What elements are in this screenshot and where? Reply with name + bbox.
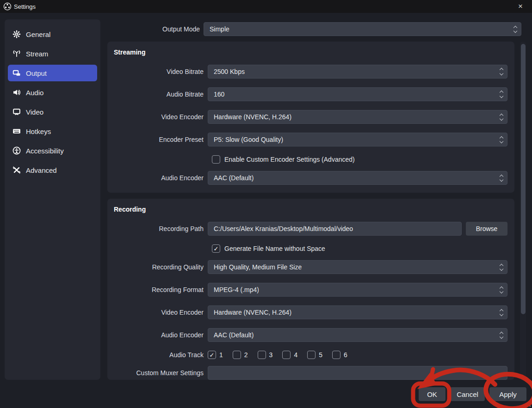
recording-section-title: Recording bbox=[114, 206, 507, 213]
sidebar-item-label: Audio bbox=[26, 89, 43, 97]
chevron-updown-icon bbox=[500, 110, 503, 123]
apply-button[interactable]: Apply bbox=[489, 387, 526, 401]
audio-track-4-checkbox[interactable]: ✓ bbox=[282, 351, 291, 359]
spinner-arrows-icon[interactable] bbox=[500, 88, 503, 101]
sidebar-item-output[interactable]: Output bbox=[8, 65, 97, 81]
sidebar-item-label: Hotkeys bbox=[26, 128, 51, 135]
audio-bitrate-label: Audio Bitrate bbox=[113, 91, 208, 98]
custom-encoder-checkbox-label: Enable Custom Encoder Settings (Advanced… bbox=[224, 156, 355, 163]
sidebar-item-audio[interactable]: Audio bbox=[8, 84, 97, 101]
recording-format-select[interactable]: MPEG-4 (.mp4) bbox=[208, 283, 507, 297]
scrollbar-track[interactable] bbox=[520, 42, 526, 380]
audio-track-1-checkbox[interactable]: ✓ bbox=[208, 351, 216, 359]
audio-track-6-label: 6 bbox=[344, 351, 347, 359]
antenna-icon bbox=[12, 49, 21, 58]
accessibility-icon bbox=[12, 146, 21, 155]
recording-path-row: Recording Path Browse bbox=[113, 222, 507, 236]
streaming-section-title: Streaming bbox=[114, 49, 507, 56]
audio-track-2-label: 2 bbox=[244, 351, 248, 359]
recording-section: Recording Recording Path Browse ✓ Genera… bbox=[107, 199, 514, 380]
recording-format-label: Recording Format bbox=[113, 286, 208, 293]
sidebar-item-advanced[interactable]: Advanced bbox=[8, 162, 97, 178]
recording-quality-row: Recording Quality High Quality, Medium F… bbox=[113, 260, 507, 274]
chevron-updown-icon bbox=[500, 261, 503, 274]
keyboard-icon bbox=[12, 127, 21, 135]
audio-track-4-label: 4 bbox=[294, 351, 297, 359]
audio-track-2-checkbox[interactable]: ✓ bbox=[233, 351, 241, 359]
ok-button[interactable]: OK bbox=[419, 387, 445, 401]
rec-video-encoder-select[interactable]: Hardware (NVENC, H.264) bbox=[208, 305, 507, 319]
browse-button[interactable]: Browse bbox=[466, 222, 507, 236]
sidebar-item-video[interactable]: Video bbox=[8, 104, 97, 120]
window-title: Settings bbox=[14, 3, 36, 10]
audio-bitrate-spinner[interactable]: 160 bbox=[208, 87, 507, 101]
audio-track-3-checkbox[interactable]: ✓ bbox=[258, 351, 266, 359]
custom-muxer-row: Custom Muxer Settings bbox=[113, 366, 507, 380]
audio-track-3-label: 3 bbox=[269, 351, 273, 359]
recording-quality-value: High Quality, Medium File Size bbox=[214, 263, 302, 271]
encoder-preset-row: Encoder Preset P5: Slow (Good Quality) bbox=[113, 133, 507, 146]
video-bitrate-spinner[interactable]: 2500 Kbps bbox=[208, 65, 507, 79]
chevron-updown-icon bbox=[514, 23, 517, 36]
output-mode-select[interactable]: Simple bbox=[204, 22, 521, 36]
rec-audio-encoder-row: Audio Encoder AAC (Default) bbox=[113, 328, 507, 342]
encoder-preset-label: Encoder Preset bbox=[113, 136, 208, 143]
rec-audio-encoder-value: AAC (Default) bbox=[214, 331, 254, 339]
encoder-preset-select[interactable]: P5: Slow (Good Quality) bbox=[208, 133, 507, 146]
video-bitrate-value: 2500 Kbps bbox=[214, 68, 245, 75]
audio-track-1-label: 1 bbox=[219, 351, 223, 359]
audio-track-label: Audio Track bbox=[113, 351, 208, 359]
audio-track-5-label: 5 bbox=[319, 351, 322, 359]
sidebar-item-accessibility[interactable]: Accessibility bbox=[8, 142, 97, 159]
generate-filename-row: ✓ Generate File Name without Space bbox=[212, 244, 507, 253]
recording-format-value: MPEG-4 (.mp4) bbox=[214, 286, 259, 293]
sidebar-item-label: Video bbox=[26, 108, 43, 116]
spinner-arrows-icon[interactable] bbox=[500, 65, 503, 78]
rec-video-encoder-label: Video Encoder bbox=[113, 309, 208, 316]
sidebar-item-stream[interactable]: Stream bbox=[8, 45, 97, 62]
scrollbar-thumb[interactable] bbox=[521, 44, 526, 314]
sidebar-item-label: Stream bbox=[26, 50, 48, 58]
video-encoder-label: Video Encoder bbox=[113, 113, 208, 121]
output-mode-label: Output Mode bbox=[107, 25, 200, 33]
recording-quality-select[interactable]: High Quality, Medium File Size bbox=[208, 260, 507, 274]
sidebar-item-label: Accessibility bbox=[26, 147, 64, 155]
output-icon bbox=[12, 69, 21, 77]
speaker-icon bbox=[12, 88, 21, 97]
sidebar-item-label: Output bbox=[26, 69, 47, 77]
audio-encoder-value: AAC (Default) bbox=[214, 174, 254, 182]
audio-encoder-select[interactable]: AAC (Default) bbox=[208, 171, 507, 185]
generate-filename-checkbox[interactable]: ✓ bbox=[212, 244, 220, 253]
audio-track-row: Audio Track ✓ 1 ✓ 2 ✓ 3 ✓ 4 ✓ 5 ✓ 6 bbox=[113, 351, 507, 359]
audio-track-5-checkbox[interactable]: ✓ bbox=[307, 351, 315, 359]
audio-bitrate-value: 160 bbox=[214, 91, 224, 98]
chevron-updown-icon bbox=[500, 171, 503, 184]
check-icon: ✓ bbox=[214, 246, 219, 252]
custom-encoder-checkbox[interactable]: ✓ bbox=[212, 155, 220, 164]
video-bitrate-row: Video Bitrate 2500 Kbps bbox=[113, 65, 507, 79]
audio-track-6-checkbox[interactable]: ✓ bbox=[332, 351, 340, 359]
chevron-updown-icon bbox=[500, 283, 503, 296]
video-encoder-select[interactable]: Hardware (NVENC, H.264) bbox=[208, 110, 507, 124]
audio-bitrate-row: Audio Bitrate 160 bbox=[113, 87, 507, 101]
sidebar-item-label: Advanced bbox=[26, 166, 57, 174]
rec-video-encoder-row: Video Encoder Hardware (NVENC, H.264) bbox=[113, 305, 507, 319]
output-mode-value: Simple bbox=[210, 25, 229, 33]
rec-video-encoder-value: Hardware (NVENC, H.264) bbox=[214, 309, 291, 316]
video-encoder-row: Video Encoder Hardware (NVENC, H.264) bbox=[113, 110, 507, 124]
recording-path-input[interactable] bbox=[208, 222, 462, 236]
sidebar-item-hotkeys[interactable]: Hotkeys bbox=[8, 123, 97, 140]
streaming-section: Streaming Video Bitrate 2500 Kbps Audio … bbox=[107, 42, 514, 193]
video-bitrate-label: Video Bitrate bbox=[113, 68, 208, 75]
tools-icon bbox=[12, 166, 21, 174]
resize-grip[interactable] bbox=[527, 403, 531, 407]
generate-filename-checkbox-label: Generate File Name without Space bbox=[224, 245, 325, 252]
cancel-button[interactable]: Cancel bbox=[450, 387, 485, 401]
rec-audio-encoder-select[interactable]: AAC (Default) bbox=[208, 328, 507, 342]
custom-muxer-input[interactable] bbox=[208, 366, 507, 380]
gear-icon bbox=[12, 30, 21, 38]
obs-logo-icon bbox=[3, 2, 12, 11]
custom-muxer-label: Custom Muxer Settings bbox=[113, 369, 208, 377]
close-icon[interactable]: × bbox=[513, 1, 527, 12]
sidebar-item-general[interactable]: General bbox=[8, 26, 97, 43]
